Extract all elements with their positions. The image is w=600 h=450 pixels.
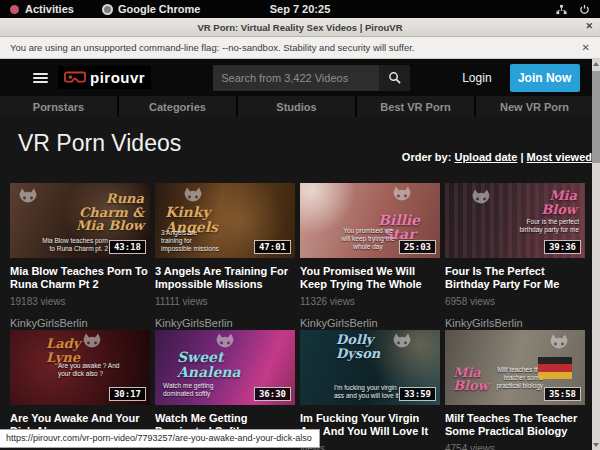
video-thumbnail[interactable]: Billie StarYou promised we will keep try… xyxy=(300,183,440,258)
video-thumbnail[interactable]: Dolly DysonI'm fucking your virgin ass a… xyxy=(300,330,440,405)
status-url-tooltip: https://pirouvr.com/vr-porn-video/779325… xyxy=(0,429,320,448)
thumbnail-caption: You promised we will keep trying the who… xyxy=(338,227,398,251)
login-link[interactable]: Login xyxy=(462,71,491,85)
german-flag-icon xyxy=(538,357,572,379)
duration-badge: 25:03 xyxy=(399,240,436,254)
video-card: Runa Charm & Mia BlowMia Blow teaches po… xyxy=(10,183,150,330)
network-icon[interactable] xyxy=(556,4,567,15)
video-card: Billie StarYou promised we will keep try… xyxy=(300,183,440,330)
power-icon[interactable] xyxy=(579,4,590,15)
search-input[interactable] xyxy=(213,65,379,91)
join-now-button[interactable]: Join Now xyxy=(510,64,580,92)
thumbnail-caption: Watch me getting dominated softly xyxy=(163,382,221,398)
cat-mask-icon xyxy=(16,187,40,211)
video-thumbnail[interactable]: Mia BlowMilf teaches the teacher some pr… xyxy=(445,330,585,405)
duration-badge: 30:17 xyxy=(109,387,146,401)
cat-mask-icon xyxy=(547,333,571,357)
video-title-link[interactable]: You Promised We Will Keep Trying The Who… xyxy=(300,265,440,291)
thumbnail-caption: Milf teaches the teacher some practical … xyxy=(483,366,543,390)
duration-badge: 43:18 xyxy=(109,240,146,254)
video-views: 6958 views xyxy=(445,296,585,308)
search-bar xyxy=(213,65,410,91)
chrome-warning-bar: You are using an unsupported command-lin… xyxy=(0,37,600,59)
video-title-link[interactable]: Mia Blow Teaches Porn To Runa Charm Pt 2 xyxy=(10,265,150,291)
duration-badge: 33:59 xyxy=(399,387,436,401)
nav-item-best-vr-porn[interactable]: Best VR Porn xyxy=(357,96,474,117)
order-by-controls: Order by: Upload date | Most viewed xyxy=(402,151,592,163)
system-top-bar: Activities Google Chrome Sep 7 20:25 xyxy=(0,0,600,18)
window-close-icon[interactable]: ✕ xyxy=(585,21,593,31)
video-studio-link[interactable]: KinkyGirlsBerlin xyxy=(155,317,295,329)
hamburger-icon[interactable] xyxy=(33,71,48,85)
video-thumbnail[interactable]: Sweet AnalenaWatch me getting dominated … xyxy=(155,330,295,405)
thumbnail-performer-name: Dolly Dyson xyxy=(336,333,406,360)
browser-title-bar[interactable]: VR Porn: Virtual Reality Sex Videos | Pi… xyxy=(0,18,600,37)
video-title-link[interactable]: Four Is The Perfect Birthday Party For M… xyxy=(445,265,585,291)
video-studio-link[interactable]: KinkyGirlsBerlin xyxy=(445,317,585,329)
duration-badge: 39:36 xyxy=(544,240,581,254)
video-views: 11326 views xyxy=(300,296,440,308)
video-title-link[interactable]: 3 Angels Are Training For Impossible Mis… xyxy=(155,265,295,291)
thumbnail-caption: 3 Angels are training for impossible mis… xyxy=(161,229,219,253)
main-nav-menu: Pornstars Categories Studios Best VR Por… xyxy=(0,96,600,117)
nav-item-categories[interactable]: Categories xyxy=(119,96,236,117)
video-title-link[interactable]: Milf Teaches The Teacher Some Practical … xyxy=(445,412,585,438)
thumbnail-performer-name: Runa Charm & Mia Blow xyxy=(60,192,144,233)
search-icon xyxy=(388,71,401,84)
page-content: VR Porn Videos Order by: Upload date | M… xyxy=(0,129,600,450)
video-studio-link[interactable]: KinkyGirlsBerlin xyxy=(10,317,150,329)
warning-text: You are using an unsupported command-lin… xyxy=(10,42,415,53)
video-thumbnail[interactable]: Kinky Angels3 Angels are training for im… xyxy=(155,183,295,258)
thumbnail-performer-name: Lady Lyne xyxy=(46,337,104,364)
video-views: 19183 views xyxy=(10,296,150,308)
browser-window: Activities Google Chrome Sep 7 20:25 VR … xyxy=(0,0,600,450)
nav-item-pornstars[interactable]: Pornstars xyxy=(0,96,117,117)
thumbnail-performer-name: Sweet Analena xyxy=(177,350,263,379)
thumbnail-caption: Four is the perfect birthday party for m… xyxy=(511,218,579,234)
video-views: 11111 views xyxy=(155,296,295,308)
nav-item-studios[interactable]: Studios xyxy=(238,96,355,117)
thumbnail-performer-name: Mia Blow xyxy=(519,189,577,216)
nav-item-new-vr-porn[interactable]: New VR Porn xyxy=(476,96,593,117)
scrollbar-down-arrow[interactable] xyxy=(593,443,599,447)
duration-badge: 47:01 xyxy=(254,240,291,254)
site-header: pirouvr Login Join Now xyxy=(0,59,600,96)
order-separator: | xyxy=(517,151,526,163)
page-scrollbar[interactable] xyxy=(592,59,600,450)
scrollbar-thumb[interactable] xyxy=(592,71,600,163)
video-title-link[interactable]: Im Fucking Your Virgin Ass And You Will … xyxy=(300,412,440,438)
video-views: views xyxy=(300,443,440,450)
video-views: 4754 views xyxy=(445,443,585,450)
order-by-label: Order by: xyxy=(402,151,452,163)
warning-close-icon[interactable]: ✕ xyxy=(582,42,590,53)
video-studio-link[interactable]: KinkyGirlsBerlin xyxy=(300,317,440,329)
duration-badge: 35:58 xyxy=(544,387,581,401)
thumbnail-caption: Are you awake ? And your dick also ? xyxy=(58,362,120,378)
order-most-viewed-link[interactable]: Most viewed xyxy=(527,151,592,163)
thumbnail-caption: Mia Blow teaches porn to Runa Charm pt. … xyxy=(42,237,108,253)
video-thumbnail[interactable]: Runa Charm & Mia BlowMia Blow teaches po… xyxy=(10,183,150,258)
duration-badge: 36:30 xyxy=(254,387,291,401)
video-card: Kinky Angels3 Angels are training for im… xyxy=(155,183,295,330)
video-thumbnail[interactable]: Mia BlowFour is the perfect birthday par… xyxy=(445,183,585,258)
search-button[interactable] xyxy=(379,65,410,91)
video-card: Mia BlowFour is the perfect birthday par… xyxy=(445,183,585,330)
logo-text: pirouvr xyxy=(90,69,145,86)
video-card: Mia BlowMilf teaches the teacher some pr… xyxy=(445,330,585,450)
system-clock[interactable]: Sep 7 20:25 xyxy=(0,3,600,15)
scrollbar-up-arrow[interactable] xyxy=(593,62,599,66)
vr-goggles-icon xyxy=(64,71,86,85)
cat-mask-icon xyxy=(469,188,493,212)
order-upload-date-link[interactable]: Upload date xyxy=(454,151,517,163)
site-logo[interactable]: pirouvr xyxy=(58,66,151,89)
thumbnail-caption: I'm fucking your virgin ass and you will… xyxy=(334,384,402,400)
window-title: VR Porn: Virtual Reality Sex Videos | Pi… xyxy=(197,22,402,33)
cat-mask-icon xyxy=(390,185,414,209)
video-grid: Runa Charm & Mia BlowMia Blow teaches po… xyxy=(10,183,590,450)
video-card: Dolly DysonI'm fucking your virgin ass a… xyxy=(300,330,440,450)
video-thumbnail[interactable]: Lady LyneAre you awake ? And your dick a… xyxy=(10,330,150,405)
